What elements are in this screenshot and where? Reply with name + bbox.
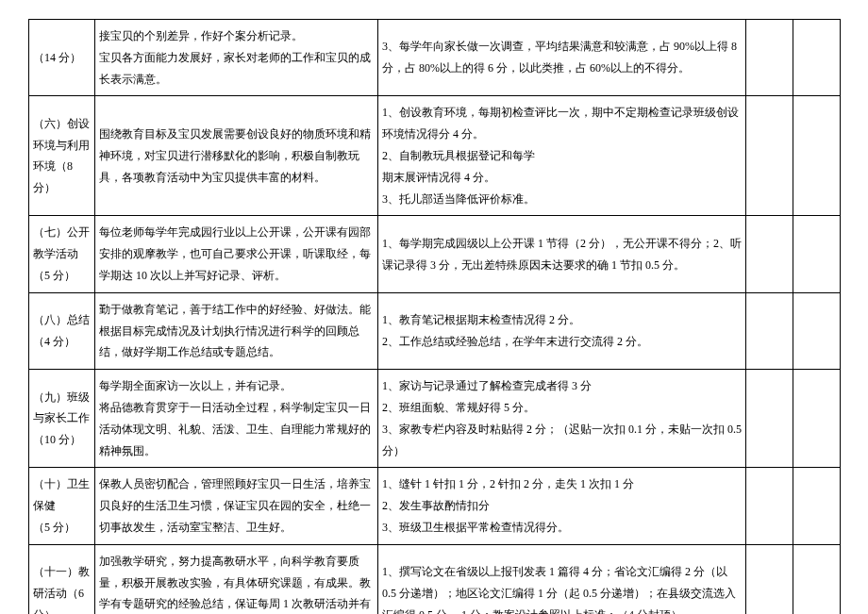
row-criteria: 1、撰写论文在省级以上报刊发表 1 篇得 4 分；省论文汇编得 2 分（以 0.… xyxy=(378,544,746,614)
score-cell xyxy=(793,96,841,216)
row-label: （十）卫生保健（5 分） xyxy=(29,468,95,544)
table-row: （九）班级与家长工作（10 分） 每学期全面家访一次以上，并有记录。将品德教育贯… xyxy=(29,370,841,468)
table-row: （七）公开教学活动（5 分） 每位老师每学年完成园行业以上公开课，公开课有园部安… xyxy=(29,216,841,292)
row-desc: 加强教学研究，努力提高教研水平，向科学教育要质量，积极开展教改实验，有具体研究课… xyxy=(95,544,378,614)
score-cell xyxy=(793,216,841,292)
row-label: （十一）教研活动（6分） xyxy=(29,544,95,614)
row-criteria: 1、创设教育环境，每期初检查评比一次，期中不定期检查记录班级创设环境情况得分 4… xyxy=(378,96,746,216)
row-criteria: 1、缝针 1 针扣 1 分，2 针扣 2 分，走失 1 次扣 1 分2、发生事故… xyxy=(378,468,746,544)
row-criteria: 3、每学年向家长做一次调查，平均结果满意和较满意，占 90%以上得 8 分，占 … xyxy=(378,20,746,96)
score-cell xyxy=(746,468,793,544)
row-label: （14 分） xyxy=(29,20,95,96)
table-row: （八）总结（4 分） 勤于做教育笔记，善于结工作中的好经验、好做法。能根据目标完… xyxy=(29,292,841,369)
evaluation-table: （14 分） 接宝贝的个别差异，作好个案分析记录。宝贝各方面能力发展好，家长对老… xyxy=(28,19,841,614)
row-desc: 接宝贝的个别差异，作好个案分析记录。宝贝各方面能力发展好，家长对老师的工作和宝贝… xyxy=(95,20,378,96)
score-cell xyxy=(793,468,841,544)
score-cell xyxy=(746,20,793,96)
table-row: （14 分） 接宝贝的个别差异，作好个案分析记录。宝贝各方面能力发展好，家长对老… xyxy=(29,20,841,96)
score-cell xyxy=(793,292,841,369)
row-criteria: 1、教育笔记根据期末检查情况得 2 分。2、工作总结或经验总结，在学年末进行交流… xyxy=(378,292,746,369)
row-desc: 勤于做教育笔记，善于结工作中的好经验、好做法。能根据目标完成情况及计划执行情况进… xyxy=(95,292,378,369)
row-desc: 每位老师每学年完成园行业以上公开课，公开课有园部安排的观摩教学，也可自己要求公开… xyxy=(95,216,378,292)
table-row: （六）创设环境与利用环境（8 分） 围绕教育目标及宝贝发展需要创设良好的物质环境… xyxy=(29,96,841,216)
row-criteria: 1、家访与记录通过了解检查完成者得 3 分2、班组面貌、常规好得 5 分。3、家… xyxy=(378,370,746,468)
row-label: （六）创设环境与利用环境（8 分） xyxy=(29,96,95,216)
score-cell xyxy=(746,96,793,216)
score-cell xyxy=(746,216,793,292)
row-desc: 每学期全面家访一次以上，并有记录。将品德教育贯穿于一日活动全过程，科学制定宝贝一… xyxy=(95,370,378,468)
table-row: （十）卫生保健（5 分） 保教人员密切配合，管理照顾好宝贝一日生活，培养宝贝良好… xyxy=(29,468,841,544)
row-label: （九）班级与家长工作（10 分） xyxy=(29,370,95,468)
score-cell xyxy=(793,370,841,468)
score-cell xyxy=(746,544,793,614)
score-cell xyxy=(793,20,841,96)
row-desc: 保教人员密切配合，管理照顾好宝贝一日生活，培养宝贝良好的生活卫生习惯，保证宝贝在… xyxy=(95,468,378,544)
row-desc: 围绕教育目标及宝贝发展需要创设良好的物质环境和精神环境，对宝贝进行潜移默化的影响… xyxy=(95,96,378,216)
row-label: （八）总结（4 分） xyxy=(29,292,95,369)
table-row: （十一）教研活动（6分） 加强教学研究，努力提高教研水平，向科学教育要质量，积极… xyxy=(29,544,841,614)
row-label: （七）公开教学活动（5 分） xyxy=(29,216,95,292)
score-cell xyxy=(746,370,793,468)
score-cell xyxy=(746,292,793,369)
score-cell xyxy=(793,544,841,614)
row-criteria: 1、每学期完成园级以上公开课 1 节得（2 分），无公开课不得分；2、听课记录得… xyxy=(378,216,746,292)
